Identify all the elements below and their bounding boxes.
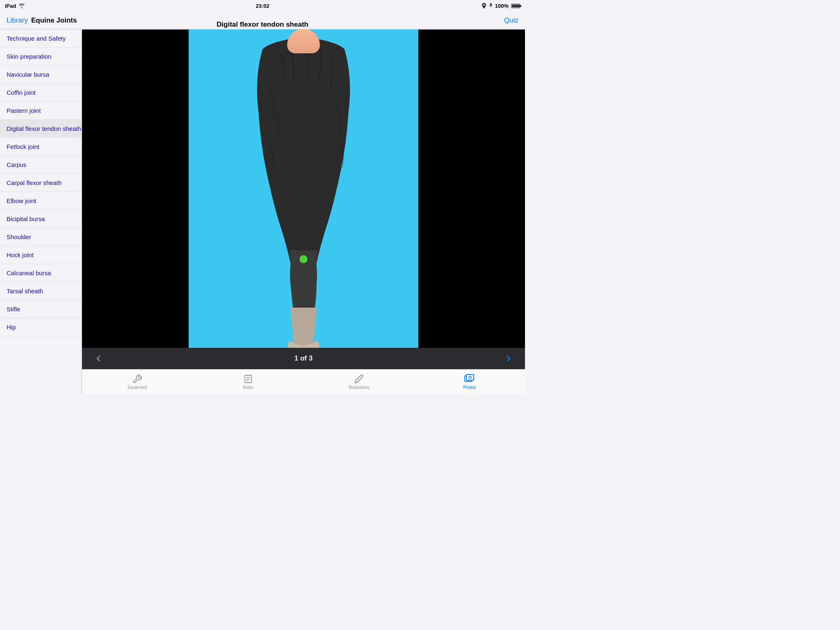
sidebar-item-label-11: Shoulder (7, 233, 31, 240)
sidebar-item-8[interactable]: Carpal flexor sheath (0, 174, 82, 192)
hand-finger (287, 30, 320, 53)
battery-icon (511, 4, 520, 8)
battery-percent: 100% (495, 3, 509, 9)
sidebar-item-16[interactable]: Hip (0, 318, 82, 336)
status-bar: iPad 23:02 100% (0, 0, 525, 11)
photo-container (189, 30, 418, 348)
sidebar-item-7[interactable]: Carpus (0, 156, 82, 174)
tab-equipment[interactable]: Equipment (82, 374, 193, 390)
sidebar-item-label-15: Stifle (7, 306, 20, 313)
sidebar-item-label-16: Hip (7, 324, 16, 331)
sidebar-item-label-4: Pastern joint (7, 107, 41, 114)
detail-area: 1 of 3 Equipment (82, 30, 525, 394)
sidebar-item-label-14: Tarsal sheath (7, 288, 43, 294)
tab-notes-label: Notes (243, 385, 253, 390)
sidebar-item-1[interactable]: Skin preparation (0, 48, 82, 66)
pagination-bar: 1 of 3 (82, 348, 525, 369)
nav-right: Quiz (443, 16, 525, 25)
device-label: iPad (5, 3, 16, 9)
tab-photos[interactable]: Photos (414, 374, 525, 390)
wifi-icon (18, 3, 25, 8)
injection-point-marker (299, 255, 308, 263)
sidebar-item-label-10: Bicipital bursa (7, 215, 45, 222)
notes-icon (243, 374, 253, 384)
tab-illustrations[interactable]: Illustrations (304, 374, 414, 390)
sidebar-item-label-2: Navicular bursa (7, 71, 49, 78)
sidebar: Technique and SafetySkin preparationNavi… (0, 30, 82, 394)
sidebar-item-label-3: Coffin joint (7, 89, 36, 96)
sidebar-item-15[interactable]: Stifle (0, 300, 82, 318)
sidebar-item-3[interactable]: Coffin joint (0, 84, 82, 102)
sidebar-item-10[interactable]: Bicipital bursa (0, 210, 82, 228)
svg-rect-5 (466, 374, 474, 380)
pagination-label: 1 of 3 (294, 354, 313, 363)
sidebar-item-label-6: Fetlock joint (7, 143, 39, 150)
sidebar-item-label-8: Carpal flexor sheath (7, 179, 62, 186)
prev-button[interactable] (92, 352, 105, 365)
nav-left: Library Equine Joints (0, 16, 82, 25)
location-icon (482, 3, 486, 9)
next-button[interactable] (502, 352, 515, 365)
tab-illustrations-label: Illustrations (349, 385, 370, 390)
sidebar-item-label-1: Skin preparation (7, 53, 51, 60)
quiz-button[interactable]: Quiz (504, 16, 518, 25)
main-layout: Technique and SafetySkin preparationNavi… (0, 30, 525, 394)
nav-title: Equine Joints (31, 16, 77, 25)
sidebar-item-label-13: Calcaneal bursa (7, 269, 51, 276)
tab-notes[interactable]: Notes (193, 374, 304, 390)
bluetooth-icon (488, 3, 493, 9)
photos-icon (464, 374, 475, 384)
tab-photos-label: Photos (463, 385, 476, 390)
status-left: iPad (5, 3, 25, 9)
sidebar-item-12[interactable]: Hock joint (0, 246, 82, 264)
image-area (82, 30, 525, 348)
sidebar-item-label-9: Elbow joint (7, 197, 37, 204)
back-button[interactable]: Library (7, 16, 28, 25)
tab-bar: Equipment Notes Illustrations (82, 369, 525, 394)
horse-leg-image (189, 30, 418, 348)
sidebar-item-0[interactable]: Technique and Safety (0, 30, 82, 48)
sidebar-item-9[interactable]: Elbow joint (0, 192, 82, 210)
status-time: 23:02 (256, 3, 269, 9)
sidebar-item-6[interactable]: Fetlock joint (0, 138, 82, 156)
sidebar-item-label-7: Carpus (7, 161, 26, 168)
sidebar-item-label-5: Digital flexor tendon sheath (7, 125, 81, 132)
detail-title: Digital flexor tendon sheath (217, 21, 308, 29)
pencil-icon (354, 374, 364, 384)
sidebar-item-2[interactable]: Navicular bursa (0, 66, 82, 84)
tab-equipment-label: Equipment (128, 385, 147, 390)
sidebar-item-label-0: Technique and Safety (7, 35, 66, 42)
sidebar-item-13[interactable]: Calcaneal bursa (0, 264, 82, 282)
sidebar-item-4[interactable]: Pastern joint (0, 102, 82, 120)
sidebar-item-5[interactable]: Digital flexor tendon sheath (0, 120, 82, 138)
wrench-icon (132, 374, 142, 384)
nav-bar: Library Equine Joints Digital flexor ten… (0, 11, 525, 30)
sidebar-item-14[interactable]: Tarsal sheath (0, 282, 82, 300)
status-right: 100% (482, 3, 520, 9)
sidebar-item-label-12: Hock joint (7, 251, 34, 258)
sidebar-item-11[interactable]: Shoulder (0, 228, 82, 246)
